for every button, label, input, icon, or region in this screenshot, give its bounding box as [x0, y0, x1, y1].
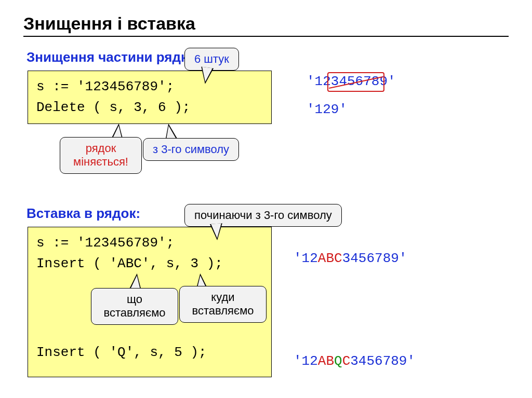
section1-area: s := '123456789'; Delete ( s, 3, 6 ); 6 …: [23, 71, 509, 205]
strike-line: [329, 76, 383, 89]
section2-area: s := '123456789'; Insert ( 'ABC', s, 3 )…: [23, 227, 509, 398]
oi2-c: Q: [334, 353, 342, 369]
code-line2: Delete ( s, 3, 6 );: [36, 97, 263, 118]
oi2-a: '12: [294, 353, 318, 369]
output-insert1: '12ABC3456789': [294, 251, 407, 266]
output-delete-before: '123456789': [307, 74, 396, 89]
page-title: Знищення і вставка: [23, 13, 509, 34]
code2-line2: Insert ( 'ABC', s, 3 );: [36, 253, 263, 274]
oi1-a: '12: [294, 251, 318, 266]
section1-heading: Знищення частини рядка:: [26, 49, 509, 65]
oi2-e: 3456789': [350, 353, 415, 369]
oi2-d: C: [342, 353, 351, 369]
callout-what: що вставляємо: [91, 288, 178, 325]
callout-pos2-tail-fill: [211, 223, 222, 238]
callout-pos2: починаючи з 3-го символу: [184, 204, 342, 227]
output-delete-after: '129': [307, 102, 347, 117]
title-divider: [23, 36, 509, 37]
code2-line1: s := '123456789';: [36, 232, 263, 253]
oi1-c: 3456789': [342, 251, 407, 266]
oi2-b: AB: [318, 353, 334, 369]
callout-where: куди вставляємо: [179, 286, 267, 323]
output-insert2: '12ABQC3456789': [294, 353, 415, 369]
strike-box: [327, 72, 384, 92]
code2-line3: Insert ( 'Q', s, 5 );: [36, 342, 263, 363]
callout-row-changes: рядок міняється!: [60, 137, 142, 174]
code-line1: s := '123456789';: [36, 76, 263, 97]
callout-position: з 3-го символу: [143, 138, 239, 161]
callout-count: 6 штук: [184, 48, 239, 71]
oi1-b: ABC: [318, 251, 342, 266]
code-block-delete: s := '123456789'; Delete ( s, 3, 6 );: [28, 71, 272, 124]
callout-count-tail-fill: [200, 67, 212, 83]
